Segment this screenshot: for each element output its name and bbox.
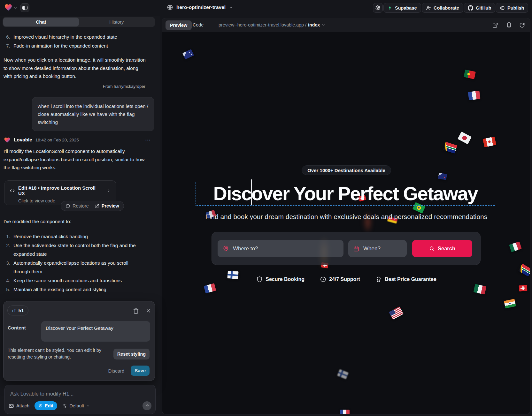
gear-icon (375, 5, 381, 11)
top-bar: hero-optimizer-travel Supabase Collabora… (0, 0, 532, 16)
flag-ch-icon (519, 285, 528, 291)
supabase-label: Supabase (395, 5, 417, 11)
flag-au-icon (182, 49, 194, 60)
arrow-up-icon (145, 404, 150, 408)
list-item: 7.Fade-in animation for the expanded con… (4, 42, 148, 50)
feature-support: 24/7 Support (320, 276, 360, 283)
destinations-badge: Over 1000+ Destinations Available (302, 165, 391, 175)
hero-heading[interactable]: Discover Your Perfect Getaway (196, 182, 495, 206)
chevron-right-icon (106, 188, 111, 193)
supabase-bolt-icon (388, 5, 392, 10)
selected-element-badge: тT h1 (7, 306, 28, 315)
supabase-button[interactable]: Supabase (383, 3, 421, 13)
send-button[interactable] (143, 401, 151, 410)
external-link-icon (492, 22, 498, 28)
target-icon (38, 404, 43, 408)
assistant-paragraph: Now when you click on a location image, … (4, 56, 146, 80)
selected-tag-label: h1 (18, 308, 24, 313)
search-button[interactable]: Search (412, 240, 472, 257)
feature-list: Secure Booking 24/7 Support Best Price G… (256, 276, 436, 283)
default-mode-button[interactable]: Default (62, 403, 90, 408)
flag-in-icon (504, 299, 516, 309)
assistant-paragraph-3: I've modified the component to: (4, 217, 146, 226)
github-button[interactable]: GitHub (464, 3, 495, 13)
flag-fr-icon (340, 410, 350, 414)
open-in-new-tab-button[interactable] (492, 22, 498, 28)
award-icon (375, 276, 382, 283)
flag-ca-icon (483, 136, 497, 147)
when-input[interactable]: When? (348, 240, 407, 257)
close-panel-button[interactable] (145, 308, 151, 314)
flag-fi-icon (227, 271, 239, 279)
refresh-icon (519, 22, 525, 28)
sliders-icon (62, 404, 67, 408)
project-chevron-down-icon (229, 5, 233, 10)
edit-mode-button[interactable]: Edit (35, 401, 57, 410)
assistant-paragraph-2: I'll modify the LocationScroll component… (4, 147, 146, 172)
site-viewport: Over 1000+ Destinations Available Discov… (162, 32, 530, 414)
tab-chat[interactable]: Chat (3, 18, 79, 26)
refresh-button[interactable] (519, 22, 525, 28)
content-textarea[interactable]: Discover Your Perfect Getaway (41, 321, 150, 342)
sidebar-tabs: Chat History (3, 17, 155, 27)
chevron-down-icon (86, 404, 90, 408)
collaborate-label: Collaborate (434, 5, 459, 11)
text-icon: тT (12, 308, 16, 313)
project-switcher[interactable]: hero-optimizer-travel (167, 4, 233, 11)
project-name: hero-optimizer-travel (176, 4, 226, 10)
lovable-logo-icon[interactable] (4, 3, 12, 11)
flag-fr-icon (468, 91, 480, 101)
external-link-icon (95, 204, 99, 208)
attach-button[interactable]: Attach (9, 403, 29, 409)
message-menu-icon[interactable]: ⋯ (145, 137, 151, 143)
calendar-icon (353, 246, 359, 252)
list-item: 3.Automatically expand/collapse location… (4, 259, 148, 276)
chat-numbered-list-bottom: 1.Remove the manual click handling2.Use … (4, 232, 148, 294)
where-to-input[interactable]: Where to? (218, 240, 343, 257)
lovable-app: hero-optimizer-travel Supabase Collabora… (0, 0, 532, 416)
sidebar-toggle-button[interactable] (20, 3, 29, 12)
save-button[interactable]: Save (131, 366, 150, 376)
from-user-label: From harrymckayroper (0, 84, 145, 89)
search-icon (429, 246, 435, 251)
assistant-message-header: Lovable 18:42 on Feb 20, 2025 ⋯ (4, 136, 151, 144)
flag-fr-icon (204, 283, 216, 293)
chat-input-placeholder: Ask Lovable to modify H1... (10, 391, 73, 397)
flag-mx-icon (474, 284, 487, 295)
restore-preview-pillbar: Restore Preview (61, 201, 124, 211)
chat-input-box[interactable]: Ask Lovable to modify H1... Attach Edit … (4, 385, 156, 414)
code-icon (10, 188, 15, 193)
preview-url[interactable]: preview--hero-optimizer-travel.lovable.a… (219, 22, 325, 27)
flag-mx-icon (509, 241, 522, 252)
tab-preview[interactable]: Preview (166, 20, 192, 30)
discard-button[interactable]: Discard (108, 368, 125, 374)
users-icon (426, 5, 431, 11)
logo-chevron-down-icon[interactable] (13, 6, 17, 10)
publish-button[interactable]: Publish (496, 3, 528, 13)
user-message-card: when i scroll into the individual locati… (32, 97, 154, 131)
clock-icon (320, 276, 326, 283)
element-editor-panel: тT h1 Content Discover Your Perfect Geta… (3, 301, 155, 381)
settings-button[interactable] (373, 3, 383, 13)
chat-sidebar: Chat History 6.Improved visual hierarchy… (0, 16, 160, 416)
url-chevron-down-icon (321, 23, 325, 27)
lovable-heart-icon (4, 137, 11, 143)
restore-button[interactable]: Restore (66, 203, 89, 208)
preview-version-button[interactable]: Preview (95, 203, 119, 208)
tab-history[interactable]: History (79, 18, 155, 26)
publish-label: Publish (507, 5, 524, 11)
smartphone-icon (506, 22, 512, 28)
publish-globe-icon (500, 5, 505, 11)
flag-pt-icon (464, 70, 476, 79)
tab-code[interactable]: Code (193, 22, 204, 27)
reset-styling-button[interactable]: Reset styling (113, 349, 150, 359)
delete-element-button[interactable] (133, 308, 139, 314)
globe-icon (167, 4, 173, 11)
github-label: GitHub (476, 5, 491, 11)
hero-subtitle: Find and book your dream destination wit… (162, 213, 530, 221)
mobile-view-button[interactable] (506, 22, 512, 28)
list-item: 6.Improved visual hierarchy in the expan… (4, 33, 148, 41)
flag-us-icon (389, 306, 404, 320)
list-item: 5.Maintain all the existing content and … (4, 285, 148, 294)
collaborate-button[interactable]: Collaborate (422, 3, 463, 13)
